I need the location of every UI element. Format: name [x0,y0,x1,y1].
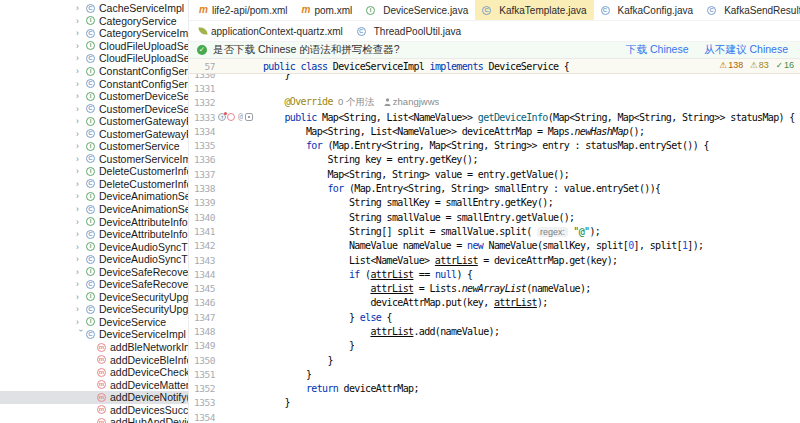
chevron-right-icon[interactable]: › [76,3,86,13]
chevron-right-icon[interactable]: › [76,204,86,214]
tree-item-deviceanimationserviceimpl[interactable]: ›CDeviceAnimationServiceImpl [0,203,188,216]
tab-pom-xml[interactable]: mpom.xml [295,0,360,20]
tree-item-categoryservice[interactable]: ›ICategoryService [0,15,188,28]
tree-item-customergatewayrelationservice[interactable]: ›ICustomerGatewayRelationService [0,115,188,128]
tree-item-adddevicebleinfo-list[interactable]: maddDeviceBleInfo(List< [0,353,188,366]
never-suggest-link[interactable]: 从不建议 Chinese [705,43,788,57]
tree-item-deletecustomerinfoservice[interactable]: ›IDeleteCustomerInfoService [0,165,188,178]
kafka-icon[interactable] [227,113,235,121]
chevron-right-icon[interactable]: › [76,279,86,289]
annotation-gutter-icon[interactable]: @ [236,113,244,121]
preview-gutter-icon[interactable] [245,113,253,121]
line-number[interactable]: 1348 [189,326,215,337]
tree-item-adddevicessuccess-lo[interactable]: maddDevicesSuccess(Lo [0,404,188,417]
tab-threadpoolutil-java[interactable]: CThreadPoolUtil.java [350,21,468,41]
sticky-class-header[interactable]: 57 public class DeviceServiceImpl implem… [189,59,800,74]
code-editor[interactable]: 1330 }13311332 @Override 0 个用法 zhangjwws… [189,74,800,423]
tree-item-customerservice[interactable]: ›ICustomerService [0,140,188,153]
code-line-1346[interactable]: 1346 deviceAttrMap.put(key, attrList); [189,296,800,310]
line-number[interactable]: 1342 [189,240,215,251]
chevron-right-icon[interactable]: › [76,141,86,151]
chevron-right-icon[interactable]: › [76,41,86,51]
line-number[interactable]: 1339 [189,197,215,208]
chevron-right-icon[interactable]: › [76,317,86,327]
line-number[interactable]: 1347 [189,312,215,323]
editor-tab-bar-row-1[interactable]: mlife2-api/pom.xmlmpom.xmlIDeviceService… [189,0,800,21]
code-line-1354[interactable]: 1354 [189,410,800,423]
tab-life2-api-pom-xml[interactable]: mlife2-api/pom.xml [192,0,295,20]
code-line-1332[interactable]: 1332 @Override 0 个用法 zhangjwws [189,96,800,110]
code-line-1345[interactable]: 1345 attrList = Lists.newArrayList(nameV… [189,281,800,295]
code-line-1338[interactable]: 1338 for (Map.Entry<String, String> smal… [189,181,800,195]
code-line-1335[interactable]: 1335 for (Map.Entry<String, Map<String, … [189,138,800,152]
line-number[interactable]: 1349 [189,340,215,351]
chevron-right-icon[interactable]: › [76,217,86,227]
chevron-right-icon[interactable]: › [76,154,86,164]
line-number[interactable]: 1343 [189,255,215,266]
tree-item-customerdeviceserviceimpl[interactable]: ›CCustomerDeviceServiceImpl [0,102,188,115]
tree-item-deviceservice[interactable]: ›IDeviceService [0,316,188,329]
code-line-1353[interactable]: 1353 } [189,396,800,410]
chevron-right-icon[interactable]: › [76,267,86,277]
line-number[interactable]: 1341 [189,226,215,237]
tree-item-deviceaudiosyncthemeserviceimpl[interactable]: ›CDeviceAudioSyncThemeServiceImpl [0,253,188,266]
chevron-right-icon[interactable]: › [76,292,86,302]
tree-item-adddevicecheck-list-s[interactable]: maddDeviceCheck(List<S [0,366,188,379]
code-line-1350[interactable]: 1350 } [189,353,800,367]
tab-kafkasendresulthandler-java[interactable]: CKafkaSendResultHandler.java [700,0,800,20]
code-line-1351[interactable]: 1351 } [189,367,800,381]
tree-item-constantconfigserviceimpl[interactable]: ›CConstantConfigServiceImpl [0,77,188,90]
chevron-right-icon[interactable]: › [76,91,86,101]
code-line-1341[interactable]: 1341 String[] split = smallValue.split( … [189,224,800,238]
code-line-1340[interactable]: 1340 String smallValue = smallEntry.getV… [189,210,800,224]
code-line-1330[interactable]: 1330 } [189,74,800,81]
tree-item-addhubanddevicesbu[interactable]: maddHubAndDevicesBu [0,416,188,423]
code-line-1336[interactable]: 1336 String key = entry.getKey(); [189,153,800,167]
chevron-right-icon[interactable]: › [76,16,86,26]
chevron-right-icon[interactable]: › [76,304,86,314]
editor-tab-bar-row-2[interactable]: applicationContext-quartz.xmlCThreadPool… [189,21,800,42]
code-line-1344[interactable]: 1344 if (attrList == null) { [189,267,800,281]
tab-kafkatemplate-java[interactable]: CKafkaTemplate.java [475,0,593,20]
tree-item-customergatewayrelationserviceimpl[interactable]: ›CCustomerGatewayRelationServiceImpl [0,127,188,140]
tree-item-cacheserviceimpl[interactable]: ›CCacheServiceImpl [0,2,188,15]
code-line-1331[interactable]: 1331 [189,81,800,95]
code-line-1347[interactable]: 1347 } else { [189,310,800,324]
code-line-1339[interactable]: 1339 String smallKey = smallEntry.getKey… [189,196,800,210]
chevron-right-icon[interactable]: › [76,104,86,114]
tab-applicationcontext-quartz-xml[interactable]: applicationContext-quartz.xml [192,21,350,41]
chevron-right-icon[interactable]: › [76,129,86,139]
line-number[interactable]: 1352 [189,383,215,394]
project-tree[interactable]: ›CCacheServiceImpl›ICategoryService›CCat… [0,0,189,423]
tree-item-adddevicematterinfo-a[interactable]: maddDeviceMatterInfo(A [0,378,188,391]
tree-item-deletecustomerinfoserviceimpl[interactable]: ›CDeleteCustomerInfoServiceImpl [0,178,188,191]
chevron-right-icon[interactable]: › [76,28,86,38]
tree-item-categoryserviceimpl[interactable]: ›CCategoryServiceImpl [0,27,188,40]
line-number[interactable]: 1344 [189,269,215,280]
tree-item-customerdeviceservice[interactable]: ›ICustomerDeviceService [0,90,188,103]
chevron-right-icon[interactable]: › [76,79,86,89]
chevron-right-icon[interactable]: › [76,242,86,252]
chevron-right-icon[interactable]: › [76,166,86,176]
tree-item-devicesecurityupgradeserviceimpl[interactable]: ›CDeviceSecurityUpgradeServiceImpl [0,303,188,316]
tree-item-customerserviceimpl[interactable]: ›CCustomerServiceImpl [0,153,188,166]
tab-deviceservice-java[interactable]: IDeviceService.java [359,0,475,20]
line-number[interactable]: 1351 [189,369,215,380]
code-line-1334[interactable]: 1334 Map<String, List<NameValue>> device… [189,124,800,138]
line-number[interactable]: 1334 [189,126,215,137]
line-number[interactable]: 1331 [189,83,215,94]
tree-item-cloudfileuploadservice[interactable]: ›ICloudFileUploadService [0,40,188,53]
tree-item-adddevicenotify-string[interactable]: maddDeviceNotify(String [0,391,188,404]
chevron-right-icon[interactable]: › [76,191,86,201]
chevron-right-icon[interactable]: › [76,179,86,189]
line-number[interactable]: 1335 [189,140,215,151]
tree-item-deviceanimationservice[interactable]: ›IDeviceAnimationService [0,190,188,203]
tree-item-deviceattributeinfoservice[interactable]: ›IDeviceAttributeInfoService [0,215,188,228]
line-number[interactable]: 1330 [189,74,215,80]
tree-item-deviceaudiosyncthemeservice[interactable]: ›IDeviceAudioSyncThemeService [0,240,188,253]
line-number[interactable]: 1354 [189,412,215,423]
tree-item-devicesaferecoveryserviceimpl[interactable]: ›CDeviceSafeRecoveryServiceImpl [0,278,188,291]
tree-item-deviceattributeinfoserviceimpl[interactable]: ›CDeviceAttributeInfoServiceImpl [0,228,188,241]
code-line-1343[interactable]: 1343 List<NameValue> attrList = deviceAt… [189,253,800,267]
line-number[interactable]: 1350 [189,355,215,366]
